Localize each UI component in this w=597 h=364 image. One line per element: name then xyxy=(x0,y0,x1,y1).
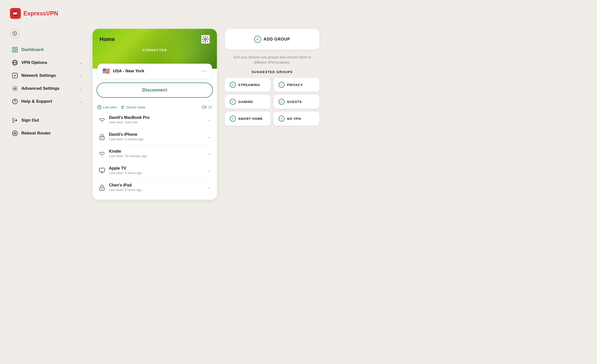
sidebar-item-help-support-label: Help & Support xyxy=(21,99,76,104)
advanced-settings-chevron: ⌄ xyxy=(80,87,83,91)
device-list-header: Last seen Device name xyxy=(97,101,213,111)
device-name-header: Device name xyxy=(121,105,145,109)
svg-rect-19 xyxy=(205,107,206,108)
back-button[interactable] xyxy=(10,29,19,38)
svg-point-15 xyxy=(15,133,15,134)
device-item-macbook-pro[interactable]: David's MacBook Pro Last seen: Just now … xyxy=(97,111,213,128)
kindle-chevron: ⌄ xyxy=(208,151,211,156)
center-panel: Home CONNECTED 🇺🇸 USA xyxy=(93,29,217,356)
svg-rect-23 xyxy=(100,169,101,170)
smart-home-plus-icon: + xyxy=(230,116,236,122)
advanced-settings-icon xyxy=(12,86,18,91)
svg-point-10 xyxy=(14,88,16,89)
guests-plus-icon: + xyxy=(279,99,285,105)
gaming-plus-icon: + xyxy=(230,99,236,105)
sign-out-icon xyxy=(12,117,18,123)
chens-ipad-info: Chen's iPad Last seen: 5 hours ago xyxy=(109,183,204,192)
sidebar-item-sign-out[interactable]: Sign Out xyxy=(10,114,85,127)
svg-point-26 xyxy=(101,188,102,189)
sidebar-item-network-settings[interactable]: Network Settings ⌄ xyxy=(10,69,85,82)
device-name-label: Device name xyxy=(126,105,145,109)
vpn-options-icon xyxy=(12,60,18,66)
wifi-icon xyxy=(99,116,105,123)
smart-home-label: SMART HOME xyxy=(238,117,263,121)
expressvpn-logo-icon xyxy=(10,8,21,19)
group-button-privacy[interactable]: + PRIVACY xyxy=(274,78,319,92)
apple-tv-name: Apple TV xyxy=(109,166,204,171)
disconnect-button[interactable]: Disconnect xyxy=(97,83,213,98)
settings-button[interactable] xyxy=(201,35,210,44)
svg-rect-18 xyxy=(202,106,205,108)
privacy-plus-icon: + xyxy=(279,82,285,88)
location-row[interactable]: 🇺🇸 USA - New York ··· xyxy=(98,64,212,79)
kindle-info: Kindle Last seen: 33 minutes ago xyxy=(109,149,204,158)
sidebar: Dashboard VPN Options ⌄ xyxy=(10,29,85,356)
network-settings-chevron: ⌄ xyxy=(80,74,83,78)
vpn-card: Home CONNECTED 🇺🇸 USA xyxy=(93,29,217,200)
last-seen-header: Last seen xyxy=(98,105,117,109)
chens-ipad-name: Chen's iPad xyxy=(109,183,204,187)
suggested-groups-title: SUGGESTED GROUPS xyxy=(225,70,319,74)
group-button-smart-home[interactable]: + SMART HOME xyxy=(225,112,271,126)
svg-rect-22 xyxy=(99,168,105,172)
vpn-options-chevron: ⌄ xyxy=(80,61,83,65)
svg-point-16 xyxy=(204,38,206,40)
svg-rect-4 xyxy=(15,47,17,49)
network-settings-icon xyxy=(12,73,18,79)
vpn-card-header: Home CONNECTED xyxy=(93,29,217,69)
svg-point-21 xyxy=(101,137,102,138)
group-button-no-vpn[interactable]: + NO VPN xyxy=(274,112,319,126)
group-button-gaming[interactable]: + GAMING xyxy=(225,95,271,109)
group-button-guests[interactable]: + GUESTS xyxy=(274,95,319,109)
device-item-apple-tv[interactable]: Apple TV Last seen: 3 hours ago ⌄ xyxy=(97,162,213,179)
flag-emoji: 🇺🇸 xyxy=(102,68,110,75)
add-group-plus-icon: + xyxy=(254,36,261,43)
iphone-name: David's iPhone xyxy=(109,132,204,137)
add-group-label: ADD GROUP xyxy=(264,37,290,42)
sidebar-item-reboot-router[interactable]: Reboot Router xyxy=(10,127,85,140)
no-vpn-plus-icon: + xyxy=(279,116,285,122)
streaming-plus-icon: + xyxy=(230,82,236,88)
chens-ipad-last-seen: Last seen: 5 hours ago xyxy=(109,188,204,192)
help-support-chevron: ⌄ xyxy=(80,99,83,103)
lock-icon xyxy=(99,133,105,140)
help-support-icon xyxy=(12,98,18,104)
add-group-button[interactable]: + ADD GROUP xyxy=(225,29,319,50)
svg-rect-6 xyxy=(15,50,17,52)
sort-description: Sort your devices into groups and connec… xyxy=(231,55,313,65)
group-button-streaming[interactable]: + STREAMING xyxy=(225,78,271,92)
chens-ipad-chevron: ⌄ xyxy=(208,185,211,190)
device-item-chens-ipad[interactable]: Chen's iPad Last seen: 5 hours ago ⌄ xyxy=(97,179,213,196)
sidebar-item-advanced-settings[interactable]: Advanced Settings ⌄ xyxy=(10,82,85,95)
dashboard-icon xyxy=(12,47,18,53)
svg-rect-5 xyxy=(12,50,14,52)
svg-point-2 xyxy=(13,32,17,36)
app-name: ExpressVPN xyxy=(23,10,58,17)
tv-icon xyxy=(99,167,105,174)
sidebar-item-vpn-options[interactable]: VPN Options ⌄ xyxy=(10,56,85,69)
device-item-iphone[interactable]: David's iPhone Last seen: 1 minute ago ⌄ xyxy=(97,128,213,145)
vpn-card-body: 🇺🇸 USA - New York ··· Disconnect xyxy=(93,64,217,200)
macbook-pro-chevron: ⌄ xyxy=(208,117,211,122)
wifi-icon-kindle xyxy=(99,150,105,157)
device-item-kindle[interactable]: Kindle Last seen: 33 minutes ago ⌄ xyxy=(97,145,213,162)
card-title: Home xyxy=(100,36,115,43)
macbook-pro-last-seen: Last seen: Just now xyxy=(109,120,204,124)
sidebar-item-help-support[interactable]: Help & Support ⌄ xyxy=(10,95,85,108)
more-options-button[interactable]: ··· xyxy=(202,69,207,74)
logo-area: ExpressVPN xyxy=(10,8,587,19)
no-vpn-label: NO VPN xyxy=(287,117,301,121)
macbook-pro-name: David's MacBook Pro xyxy=(109,115,204,120)
sidebar-item-sign-out-label: Sign Out xyxy=(21,118,83,123)
sidebar-item-network-settings-label: Network Settings xyxy=(21,73,76,78)
device-count-value: 16 xyxy=(208,105,212,109)
apple-tv-chevron: ⌄ xyxy=(208,168,211,173)
apple-tv-last-seen: Last seen: 3 hours ago xyxy=(109,171,204,175)
svg-point-12 xyxy=(15,102,15,103)
iphone-last-seen: Last seen: 1 minute ago xyxy=(109,137,204,141)
iphone-info: David's iPhone Last seen: 1 minute ago xyxy=(109,132,204,141)
sidebar-item-dashboard[interactable]: Dashboard xyxy=(10,43,85,56)
device-count: 16 xyxy=(202,105,212,109)
groups-grid: + STREAMING + PRIVACY + GAMING + GUESTS … xyxy=(225,78,319,126)
svg-rect-3 xyxy=(12,47,14,49)
